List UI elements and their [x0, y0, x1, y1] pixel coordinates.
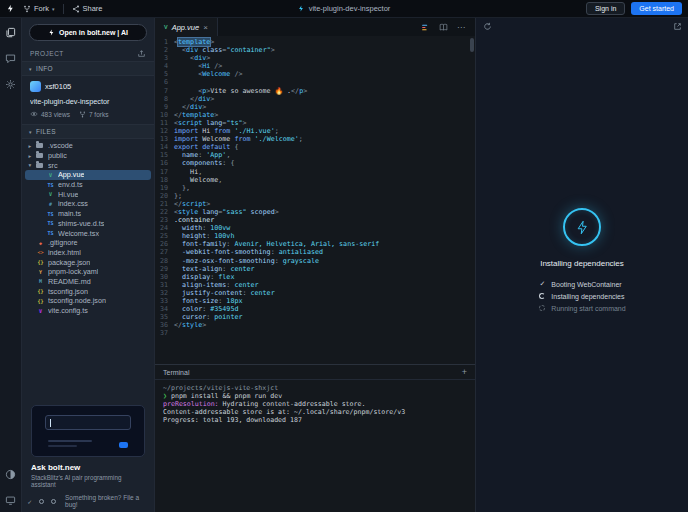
more-options-icon[interactable]: ⋯	[457, 23, 466, 32]
tab-label: App.vue	[172, 23, 200, 32]
open-in-bolt-button[interactable]: Open in bolt.new | AI	[29, 24, 147, 41]
sign-in-button[interactable]: Sign in	[586, 2, 625, 15]
ask-bolt-promo-card[interactable]: Ask bolt.new StackBlitz's AI pair progra…	[31, 405, 145, 488]
terminal-panel: Terminal + ~/projects/vitejs-vite-shxjct…	[155, 364, 475, 512]
file-a-bug-link[interactable]: Something broken? File a bug!	[65, 494, 150, 508]
file-item-vite.config.ts[interactable]: Vvite.config.ts	[25, 306, 151, 316]
sidebar-spacer	[22, 317, 154, 401]
code-line: 25 height: 100vh	[155, 232, 475, 240]
get-started-button[interactable]: Get started	[631, 2, 682, 15]
code-line: 30 display: flex	[155, 273, 475, 281]
export-icon[interactable]	[137, 49, 146, 58]
prettier-format-icon[interactable]	[421, 23, 430, 32]
fork-button[interactable]: Fork ▾	[23, 4, 55, 13]
file-item-App.vue[interactable]: VApp.vue	[25, 170, 151, 180]
theme-contrast-icon[interactable]	[5, 468, 17, 480]
monitor-icon[interactable]	[5, 494, 17, 506]
share-button[interactable]: Share	[72, 4, 103, 13]
circle-status-icon[interactable]	[49, 497, 57, 505]
file-item-main.ts[interactable]: TSmain.ts	[25, 209, 151, 219]
folder-chevron-icon: ▸	[27, 153, 33, 159]
terminal-line: ❯ pnpm install && pnpm run dev	[163, 392, 467, 400]
open-in-new-icon[interactable]	[672, 21, 682, 31]
files-panel-icon[interactable]	[5, 26, 17, 38]
status-step: Installing dependencies	[538, 292, 624, 300]
check-icon: ✓	[538, 280, 546, 288]
file-item-src[interactable]: ▾src	[25, 160, 151, 170]
editor-scrollbar-thumb[interactable]	[470, 38, 474, 52]
fork-icon	[79, 111, 86, 118]
fork-icon	[23, 5, 31, 13]
code-line: 7 <p>Vite so awesome 🔥 .</p>	[155, 87, 475, 95]
project-section-label: PROJECT	[30, 50, 64, 57]
code-line: 33 font-size: 18px	[155, 297, 475, 305]
file-item-.gitignore[interactable]: ◆.gitignore	[25, 238, 151, 248]
line-number: 25	[155, 232, 174, 240]
info-section-header[interactable]: ▾ INFO	[22, 61, 154, 76]
file-item-index.html[interactable]: <>index.html	[25, 248, 151, 258]
refresh-icon[interactable]	[482, 21, 492, 31]
file-item-shims-vue.d.ts[interactable]: TSshims-vue.d.ts	[25, 219, 151, 229]
project-title: vite-plugin-dev-inspector	[309, 4, 391, 13]
top-bar: Fork ▾ Share vite-plugin-dev-inspector S…	[0, 0, 688, 18]
file-item-index.css[interactable]: #index.css	[25, 199, 151, 209]
code-area[interactable]: 1<template>2 <div class="container">3 <d…	[155, 36, 475, 364]
line-number: 5	[155, 70, 174, 78]
docs-book-icon[interactable]	[439, 23, 448, 32]
new-terminal-icon[interactable]: +	[462, 367, 467, 377]
files-section-header[interactable]: ▾ FILES	[22, 124, 154, 139]
file-label: main.ts	[58, 209, 81, 218]
preview-toolbar	[476, 18, 688, 34]
file-item-Welcome.tsx[interactable]: TSWelcome.tsx	[25, 228, 151, 238]
info-body: xsf0105 vite-plugin-dev-inspector 483 vi…	[22, 76, 154, 124]
pending-circle-icon	[538, 304, 546, 312]
file-item-tsconfig.json[interactable]: {}tsconfig.json	[25, 286, 151, 296]
sidebar-footer: ✓ Something broken? File a bug!	[22, 491, 154, 512]
code-line: 17 Hi,	[155, 168, 475, 176]
status-step-label: Booting WebContainer	[551, 281, 621, 288]
file-item-tsconfig.node.json[interactable]: {}tsconfig.node.json	[25, 296, 151, 306]
line-number: 23	[155, 216, 174, 224]
circle-status-icon[interactable]	[38, 497, 46, 505]
code-line: 3 <div>	[155, 54, 475, 62]
tab-app-vue[interactable]: V App.vue ×	[155, 18, 218, 36]
status-step-label: Installing dependencies	[551, 293, 624, 300]
sidebar: Open in bolt.new | AI PROJECT ▾ INFO xsf…	[22, 18, 155, 512]
line-number: 15	[155, 151, 174, 159]
code-line: 5 <Welcome />	[155, 70, 475, 78]
line-number: 29	[155, 265, 174, 273]
check-icon[interactable]: ✓	[26, 497, 34, 505]
bolt-logo-icon[interactable]	[6, 3, 15, 14]
promo-thumbnail	[31, 405, 145, 457]
terminal-header[interactable]: Terminal +	[155, 365, 475, 380]
line-number: 21	[155, 200, 174, 208]
close-tab-icon[interactable]: ×	[203, 23, 208, 32]
folder-icon	[36, 153, 43, 158]
file-item-env.d.ts[interactable]: TSenv.d.ts	[25, 180, 151, 190]
ts-file-icon: TS	[46, 211, 55, 217]
terminal-output[interactable]: ~/projects/vitejs-vite-shxjct❯ pnpm inst…	[155, 380, 475, 428]
line-number: 19	[155, 184, 174, 192]
project-name: vite-plugin-dev-inspector	[30, 97, 146, 106]
username: xsf0105	[45, 82, 71, 91]
file-item-pnpm-lock.yaml[interactable]: Ypnpm-lock.yaml	[25, 267, 151, 277]
tab-bar: V App.vue × ⋯	[155, 18, 475, 36]
comments-panel-icon[interactable]	[5, 52, 17, 64]
settings-gear-icon[interactable]	[5, 78, 17, 90]
json-file-icon: {}	[36, 298, 45, 304]
terminal-line: Progress: total 193, downloaded 187	[163, 416, 467, 424]
line-number: 2	[155, 46, 174, 54]
folder-chevron-icon: ▾	[27, 162, 33, 168]
code-line: 12import Hi from './Hi.vue';	[155, 127, 475, 135]
code-line: 16 components: {	[155, 159, 475, 167]
file-label: README.md	[48, 277, 91, 286]
file-item-public[interactable]: ▸public	[25, 151, 151, 161]
file-item-package.json[interactable]: {}package.json	[25, 257, 151, 267]
file-item-README.md[interactable]: MREADME.md	[25, 277, 151, 287]
code-line: 19 },	[155, 184, 475, 192]
file-item-Hi.vue[interactable]: VHi.vue	[25, 189, 151, 199]
user-row[interactable]: xsf0105	[30, 81, 146, 92]
file-label: package.json	[48, 258, 90, 267]
file-item-.vscode[interactable]: ▸.vscode	[25, 141, 151, 151]
chevron-down-icon: ▾	[29, 129, 32, 135]
